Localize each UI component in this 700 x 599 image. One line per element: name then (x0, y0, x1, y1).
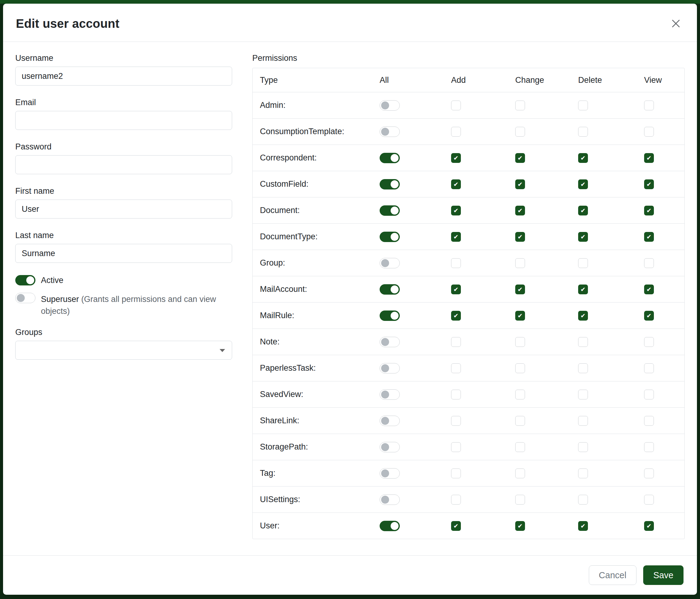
checkbox-delete[interactable] (578, 363, 588, 373)
checkbox-view[interactable] (644, 100, 654, 110)
groups-select[interactable] (15, 341, 232, 360)
checkbox-view[interactable] (644, 495, 654, 505)
active-toggle[interactable] (15, 275, 35, 285)
checkbox-view[interactable] (644, 153, 654, 163)
toggle-all[interactable] (380, 179, 400, 190)
checkbox-change[interactable] (515, 416, 525, 426)
checkbox-view[interactable] (644, 442, 654, 452)
checkbox-change[interactable] (515, 363, 525, 373)
checkbox-add[interactable] (451, 311, 461, 320)
toggle-all[interactable] (380, 284, 400, 295)
email-input[interactable] (15, 111, 232, 130)
checkbox-view[interactable] (644, 363, 654, 373)
checkbox-view[interactable] (644, 232, 654, 242)
toggle-all[interactable] (380, 100, 400, 111)
checkbox-delete[interactable] (578, 495, 588, 505)
toggle-all[interactable] (380, 416, 400, 426)
checkbox-change[interactable] (515, 258, 525, 268)
checkbox-add[interactable] (451, 416, 461, 426)
checkbox-add[interactable] (451, 363, 461, 373)
toggle-all[interactable] (380, 311, 400, 321)
toggle-all[interactable] (380, 232, 400, 242)
checkbox-add[interactable] (451, 153, 461, 163)
checkbox-view[interactable] (644, 258, 654, 268)
checkbox-view[interactable] (644, 285, 654, 294)
checkbox-change[interactable] (515, 469, 525, 478)
toggle-all[interactable] (380, 206, 400, 216)
last-name-input[interactable] (15, 244, 232, 263)
toggle-all[interactable] (380, 363, 400, 374)
checkbox-delete[interactable] (578, 337, 588, 347)
checkbox-add[interactable] (451, 285, 461, 294)
checkbox-add[interactable] (451, 337, 461, 347)
checkbox-delete[interactable] (578, 100, 588, 110)
checkbox-delete[interactable] (578, 442, 588, 452)
username-label: Username (15, 53, 232, 63)
checkbox-delete[interactable] (578, 127, 588, 137)
checkbox-view[interactable] (644, 311, 654, 320)
toggle-all[interactable] (380, 495, 400, 505)
permission-type-label: PaperlessTask: (260, 363, 380, 373)
checkbox-add[interactable] (451, 179, 461, 189)
toggle-all[interactable] (380, 126, 400, 137)
checkbox-delete[interactable] (578, 416, 588, 426)
checkbox-change[interactable] (515, 390, 525, 400)
checkbox-change[interactable] (515, 495, 525, 505)
toggle-all[interactable] (380, 258, 400, 268)
checkbox-view[interactable] (644, 206, 654, 215)
checkbox-change[interactable] (515, 521, 525, 531)
superuser-toggle[interactable] (15, 293, 35, 303)
save-button[interactable]: Save (643, 566, 683, 585)
checkbox-add[interactable] (451, 390, 461, 400)
checkbox-delete[interactable] (578, 258, 588, 268)
checkbox-change[interactable] (515, 442, 525, 452)
checkbox-add[interactable] (451, 521, 461, 531)
toggle-all[interactable] (380, 337, 400, 347)
checkbox-delete[interactable] (578, 179, 588, 189)
checkbox-delete[interactable] (578, 285, 588, 294)
checkbox-change[interactable] (515, 285, 525, 294)
checkbox-change[interactable] (515, 232, 525, 242)
checkbox-view[interactable] (644, 521, 654, 531)
checkbox-change[interactable] (515, 153, 525, 163)
toggle-all[interactable] (380, 389, 400, 400)
close-button[interactable] (668, 16, 683, 31)
checkbox-add[interactable] (451, 495, 461, 505)
checkbox-delete[interactable] (578, 390, 588, 400)
checkbox-change[interactable] (515, 179, 525, 189)
checkbox-add[interactable] (451, 258, 461, 268)
checkbox-change[interactable] (515, 337, 525, 347)
checkbox-view[interactable] (644, 390, 654, 400)
checkbox-add[interactable] (451, 100, 461, 110)
cancel-button[interactable]: Cancel (589, 566, 636, 585)
superuser-switch-row: Superuser (Grants all permissions and ca… (15, 293, 232, 317)
password-input[interactable] (15, 155, 232, 174)
checkbox-view[interactable] (644, 416, 654, 426)
checkbox-view[interactable] (644, 469, 654, 478)
checkbox-change[interactable] (515, 127, 525, 137)
checkbox-delete[interactable] (578, 521, 588, 531)
checkbox-add[interactable] (451, 469, 461, 478)
checkbox-delete[interactable] (578, 469, 588, 478)
checkbox-delete[interactable] (578, 311, 588, 320)
checkbox-add[interactable] (451, 127, 461, 137)
toggle-all[interactable] (380, 153, 400, 163)
checkbox-view[interactable] (644, 179, 654, 189)
toggle-all[interactable] (380, 442, 400, 452)
checkbox-view[interactable] (644, 337, 654, 347)
checkbox-view[interactable] (644, 127, 654, 137)
checkbox-change[interactable] (515, 100, 525, 110)
checkbox-delete[interactable] (578, 153, 588, 163)
checkbox-delete[interactable] (578, 206, 588, 215)
checkbox-change[interactable] (515, 206, 525, 215)
checkbox-change[interactable] (515, 311, 525, 320)
toggle-all[interactable] (380, 468, 400, 479)
first-name-input[interactable] (15, 199, 232, 218)
checkbox-add[interactable] (451, 232, 461, 242)
username-input[interactable] (15, 67, 232, 86)
checkbox-add[interactable] (451, 442, 461, 452)
toggle-all[interactable] (380, 521, 400, 531)
permission-type-label: MailAccount: (260, 285, 380, 294)
checkbox-add[interactable] (451, 206, 461, 215)
checkbox-delete[interactable] (578, 232, 588, 242)
